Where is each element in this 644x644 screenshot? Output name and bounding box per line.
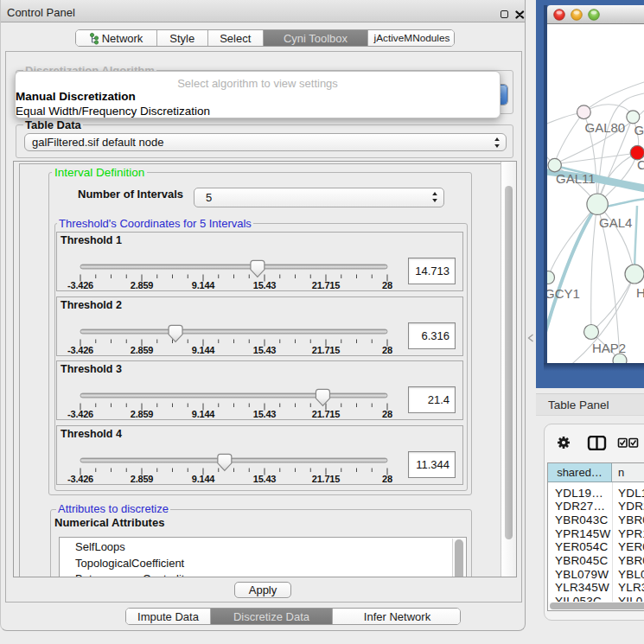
svg-text:HAP2: HAP2 <box>592 341 626 355</box>
svg-text:GAL11: GAL11 <box>556 171 596 186</box>
svg-text:GCY1: GCY1 <box>545 286 580 301</box>
svg-text:GAL80: GAL80 <box>585 120 626 135</box>
svg-text:GAL4: GAL4 <box>599 215 632 230</box>
svg-text:HA: HA <box>636 285 644 300</box>
svg-text:C: C <box>637 157 644 172</box>
svg-text:GA: GA <box>634 123 644 137</box>
